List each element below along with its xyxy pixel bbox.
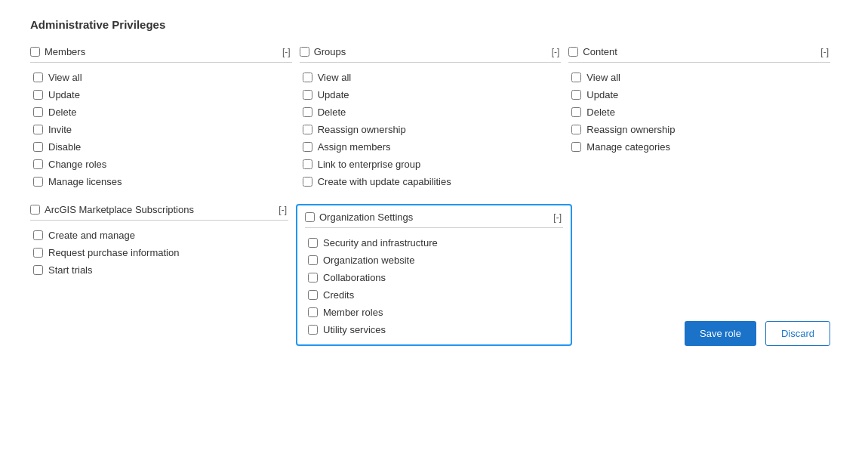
groups-reassign-label[interactable]: Reassign ownership (318, 124, 406, 135)
org-settings-header-label: Organization Settings (319, 211, 413, 223)
members-header-label: Members (45, 46, 85, 57)
members-header-checkbox[interactable] (30, 47, 40, 57)
members-invite-label[interactable]: Invite (48, 124, 72, 135)
content-update-checkbox[interactable] (571, 90, 581, 100)
org-settings-credits-label[interactable]: Credits (323, 289, 354, 301)
list-item: Reassign ownership (300, 121, 562, 138)
members-viewall-label[interactable]: View all (48, 72, 82, 83)
members-collapse-btn[interactable]: [-] (281, 47, 292, 57)
groups-assignmembers-label[interactable]: Assign members (318, 141, 391, 153)
org-settings-website-checkbox[interactable] (308, 255, 318, 265)
groups-reassign-checkbox[interactable] (303, 125, 312, 134)
members-managelicenses-label[interactable]: Manage licenses (48, 176, 122, 187)
list-item: Collaborations (305, 269, 563, 286)
members-viewall-checkbox[interactable] (33, 73, 43, 82)
groups-header-checkbox[interactable] (300, 47, 309, 57)
members-disable-checkbox[interactable] (33, 142, 43, 152)
org-settings-memberroles-checkbox[interactable] (308, 307, 318, 317)
list-item: Reassign ownership (568, 121, 830, 138)
groups-update-label[interactable]: Update (318, 89, 349, 100)
groups-header-label: Groups (314, 46, 346, 57)
content-delete-checkbox[interactable] (571, 107, 581, 117)
content-managecats-checkbox[interactable] (571, 142, 581, 152)
content-header-label: Content (583, 46, 617, 57)
members-disable-label[interactable]: Disable (48, 141, 81, 153)
marketplace-collapse-btn[interactable]: [-] (277, 205, 288, 215)
members-header: Members [-] (30, 46, 292, 63)
marketplace-createmanage-checkbox[interactable] (33, 230, 43, 240)
list-item: Utility services (305, 321, 563, 338)
list-item: View all (568, 69, 830, 86)
org-settings-security-label[interactable]: Security and infrastructure (323, 237, 438, 249)
content-reassign-checkbox[interactable] (571, 125, 581, 134)
list-item: Update (30, 86, 292, 103)
list-item: Delete (300, 103, 562, 121)
lower-col-empty: Save role Discard (572, 204, 838, 346)
groups-linkenterprise-label[interactable]: Link to enterprise group (318, 159, 421, 170)
members-update-label[interactable]: Update (48, 89, 80, 100)
groups-header: Groups [-] (300, 46, 562, 63)
bottom-actions: Save role Discard (572, 321, 830, 346)
org-settings-collaborations-checkbox[interactable] (308, 273, 318, 282)
content-delete-label[interactable]: Delete (586, 107, 615, 118)
groups-viewall-label[interactable]: View all (318, 72, 352, 83)
list-item: Manage categories (568, 138, 830, 156)
org-settings-collaborations-label[interactable]: Collaborations (323, 272, 386, 283)
members-changeroles-label[interactable]: Change roles (48, 159, 106, 170)
save-role-button[interactable]: Save role (685, 321, 756, 346)
list-item: Link to enterprise group (300, 156, 562, 173)
content-viewall-checkbox[interactable] (571, 73, 581, 82)
members-update-checkbox[interactable] (33, 90, 43, 100)
groups-createupdate-checkbox[interactable] (303, 177, 312, 187)
groups-delete-checkbox[interactable] (303, 107, 312, 117)
org-settings-utility-label[interactable]: Utility services (323, 324, 386, 335)
marketplace-column: ArcGIS Marketplace Subscriptions [-] Cre… (30, 204, 296, 346)
org-settings-security-checkbox[interactable] (308, 238, 318, 248)
list-item: Update (300, 86, 562, 103)
groups-delete-label[interactable]: Delete (318, 107, 346, 118)
groups-assignmembers-checkbox[interactable] (303, 142, 312, 152)
marketplace-requestpurchase-label[interactable]: Request purchase information (48, 247, 179, 258)
members-invite-checkbox[interactable] (33, 125, 43, 134)
groups-linkenterprise-checkbox[interactable] (303, 159, 312, 169)
content-managecats-label[interactable]: Manage categories (586, 141, 670, 153)
marketplace-starttrials-label[interactable]: Start trials (48, 264, 93, 276)
marketplace-header-checkbox[interactable] (30, 205, 40, 215)
content-collapse-btn[interactable]: [-] (819, 47, 830, 57)
list-item: Disable (30, 138, 292, 156)
marketplace-starttrials-checkbox[interactable] (33, 265, 43, 275)
content-column: Content [-] View all Update Delete Reass… (568, 46, 838, 190)
content-update-label[interactable]: Update (586, 89, 618, 100)
groups-viewall-checkbox[interactable] (303, 73, 312, 82)
groups-createupdate-label[interactable]: Create with update capabilities (318, 176, 451, 187)
list-item: View all (30, 69, 292, 86)
groups-collapse-btn[interactable]: [-] (550, 47, 562, 57)
list-item: Create and manage (30, 227, 288, 244)
list-item: Request purchase information (30, 244, 288, 261)
list-item: Delete (568, 103, 830, 121)
content-viewall-label[interactable]: View all (586, 72, 620, 83)
org-settings-header: Organization Settings [-] (305, 211, 563, 228)
members-delete-checkbox[interactable] (33, 107, 43, 117)
org-settings-website-label[interactable]: Organization website (323, 255, 414, 266)
list-item: Member roles (305, 304, 563, 321)
list-item: Change roles (30, 156, 292, 173)
members-delete-label[interactable]: Delete (48, 107, 77, 118)
marketplace-requestpurchase-checkbox[interactable] (33, 248, 43, 258)
content-header: Content [-] (568, 46, 830, 63)
org-settings-utility-checkbox[interactable] (308, 325, 318, 335)
members-managelicenses-checkbox[interactable] (33, 177, 43, 187)
org-settings-credits-checkbox[interactable] (308, 290, 318, 300)
org-settings-memberroles-label[interactable]: Member roles (323, 307, 383, 318)
marketplace-createmanage-label[interactable]: Create and manage (48, 230, 135, 241)
list-item: Create with update capabilities (300, 173, 562, 190)
members-column: Members [-] View all Update Delete Invit… (30, 46, 300, 190)
org-settings-header-checkbox[interactable] (305, 212, 315, 222)
discard-button[interactable]: Discard (765, 321, 830, 346)
content-reassign-label[interactable]: Reassign ownership (586, 124, 675, 135)
org-settings-collapse-btn[interactable]: [-] (552, 212, 563, 223)
content-header-checkbox[interactable] (568, 47, 578, 57)
list-item: Assign members (300, 138, 562, 156)
members-changeroles-checkbox[interactable] (33, 159, 43, 169)
groups-update-checkbox[interactable] (303, 90, 312, 100)
